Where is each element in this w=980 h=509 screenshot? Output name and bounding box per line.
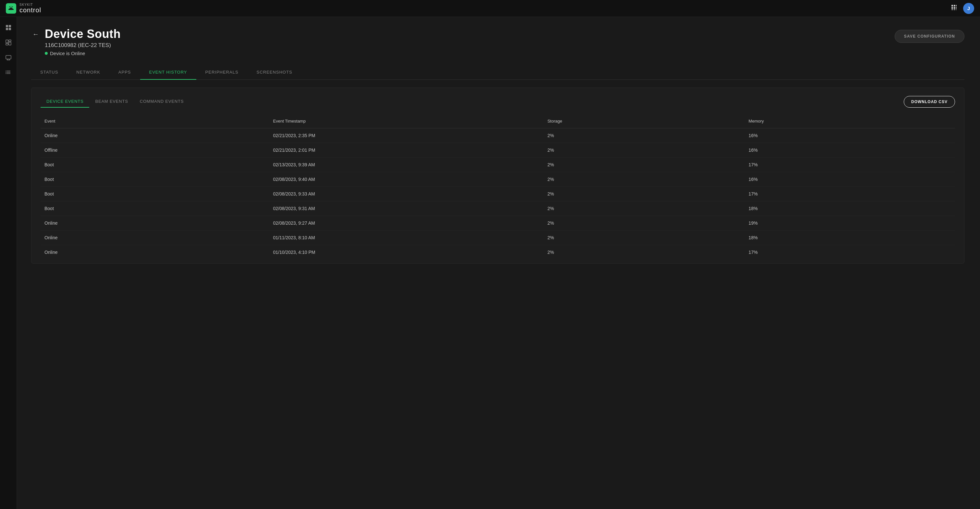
cell-memory: 17% <box>745 157 955 172</box>
tabs-bar: STATUS NETWORK APPS EVENT HISTORY PERIPH… <box>31 65 964 80</box>
topbar-actions: J <box>951 3 974 14</box>
sub-tab-command-events[interactable]: COMMAND EVENTS <box>134 96 189 108</box>
topbar: SKYKIT control J <box>0 0 980 17</box>
svg-rect-11 <box>6 25 8 27</box>
status-text: Device is Online <box>50 51 85 56</box>
cell-timestamp: 02/21/2023, 2:35 PM <box>269 128 544 143</box>
cell-event: Online <box>41 245 269 260</box>
table-row: Boot 02/08/2023, 9:40 AM 2% 16% <box>41 172 955 187</box>
cell-storage: 2% <box>544 157 745 172</box>
svg-rect-2 <box>951 5 953 6</box>
sub-tabs-left: DEVICE EVENTS BEAM EVENTS COMMAND EVENTS <box>41 96 189 108</box>
page-header: ← Device South 116C100982 (IEC-22 TES) D… <box>31 27 964 56</box>
cell-storage: 2% <box>544 143 745 157</box>
cell-storage: 2% <box>544 128 745 143</box>
svg-rect-9 <box>954 10 955 10</box>
back-button[interactable]: ← <box>31 29 40 39</box>
svg-rect-19 <box>6 55 11 59</box>
svg-rect-18 <box>6 43 8 45</box>
svg-point-26 <box>6 71 6 71</box>
col-header-memory: Memory <box>745 116 955 128</box>
svg-rect-12 <box>9 25 11 27</box>
cell-event: Online <box>41 230 269 245</box>
cell-timestamp: 02/08/2023, 9:40 AM <box>269 172 544 187</box>
grid-apps-icon[interactable] <box>951 4 957 12</box>
cell-storage: 2% <box>544 245 745 260</box>
cell-memory: 16% <box>745 172 955 187</box>
col-header-timestamp: Event Timestamp <box>269 116 544 128</box>
page-header-left: ← Device South 116C100982 (IEC-22 TES) D… <box>31 27 121 56</box>
user-avatar[interactable]: J <box>963 3 974 14</box>
events-card: DEVICE EVENTS BEAM EVENTS COMMAND EVENTS… <box>31 87 964 263</box>
table-row: Boot 02/08/2023, 9:33 AM 2% 17% <box>41 187 955 201</box>
cell-timestamp: 01/10/2023, 4:10 PM <box>269 245 544 260</box>
cell-memory: 16% <box>745 143 955 157</box>
main-content: ← Device South 116C100982 (IEC-22 TES) D… <box>17 17 980 509</box>
topbar-brand: SKYKIT control <box>6 3 41 14</box>
table-row: Online 02/21/2023, 2:35 PM 2% 16% <box>41 128 955 143</box>
tab-screenshots[interactable]: SCREENSHOTS <box>248 65 301 80</box>
svg-point-27 <box>6 72 6 73</box>
save-configuration-button[interactable]: SAVE CONFIGURATION <box>895 30 964 43</box>
device-status: Device is Online <box>45 51 121 56</box>
svg-rect-17 <box>9 42 11 45</box>
cell-timestamp: 02/08/2023, 9:31 AM <box>269 201 544 216</box>
svg-rect-4 <box>956 5 957 6</box>
tab-status[interactable]: STATUS <box>31 65 67 80</box>
cell-event: Boot <box>41 172 269 187</box>
col-header-storage: Storage <box>544 116 745 128</box>
sidebar-item-layout[interactable] <box>2 21 14 34</box>
cell-storage: 2% <box>544 172 745 187</box>
sidebar <box>0 17 17 509</box>
table-row: Online 01/11/2023, 8:10 AM 2% 18% <box>41 230 955 245</box>
cell-event: Boot <box>41 187 269 201</box>
cell-memory: 19% <box>745 216 955 230</box>
tab-network[interactable]: NETWORK <box>67 65 109 80</box>
cell-event: Boot <box>41 201 269 216</box>
svg-rect-8 <box>951 10 953 10</box>
page-title: Device South <box>45 27 121 41</box>
cell-event: Online <box>41 128 269 143</box>
tab-apps[interactable]: APPS <box>109 65 140 80</box>
main-layout: ← Device South 116C100982 (IEC-22 TES) D… <box>0 17 980 509</box>
sub-tab-device-events[interactable]: DEVICE EVENTS <box>41 96 89 108</box>
cell-storage: 2% <box>544 201 745 216</box>
sub-tab-beam-events[interactable]: BEAM EVENTS <box>89 96 134 108</box>
svg-rect-7 <box>956 7 957 9</box>
cell-memory: 17% <box>745 245 955 260</box>
table-row: Online 01/10/2023, 4:10 PM 2% 17% <box>41 245 955 260</box>
cell-storage: 2% <box>544 230 745 245</box>
cell-memory: 17% <box>745 187 955 201</box>
cell-timestamp: 02/08/2023, 9:33 AM <box>269 187 544 201</box>
svg-rect-5 <box>951 7 953 9</box>
device-id: 116C100982 (IEC-22 TES) <box>45 42 121 49</box>
tab-peripherals[interactable]: PERIPHERALS <box>196 65 248 80</box>
table-row: Online 02/08/2023, 9:27 AM 2% 19% <box>41 216 955 230</box>
table-row: Boot 02/13/2023, 9:39 AM 2% 17% <box>41 157 955 172</box>
cell-memory: 16% <box>745 128 955 143</box>
sidebar-item-devices[interactable] <box>2 51 14 63</box>
cell-event: Offline <box>41 143 269 157</box>
svg-rect-10 <box>956 10 957 10</box>
cell-timestamp: 01/11/2023, 8:10 AM <box>269 230 544 245</box>
cell-timestamp: 02/13/2023, 9:39 AM <box>269 157 544 172</box>
brand-text: SKYKIT control <box>19 3 41 14</box>
sub-tabs: DEVICE EVENTS BEAM EVENTS COMMAND EVENTS… <box>41 96 955 108</box>
col-header-event: Event <box>41 116 269 128</box>
table-row: Boot 02/08/2023, 9:31 AM 2% 18% <box>41 201 955 216</box>
cell-memory: 18% <box>745 201 955 216</box>
cell-timestamp: 02/08/2023, 9:27 AM <box>269 216 544 230</box>
svg-rect-14 <box>9 28 11 30</box>
table-row: Offline 02/21/2023, 2:01 PM 2% 16% <box>41 143 955 157</box>
cell-memory: 18% <box>745 230 955 245</box>
sidebar-item-list[interactable] <box>2 66 14 78</box>
table-header-row: Event Event Timestamp Storage Memory <box>41 116 955 128</box>
logo-icon[interactable] <box>6 3 16 14</box>
svg-rect-13 <box>6 28 8 30</box>
svg-rect-16 <box>9 40 11 41</box>
brand-control: control <box>19 6 41 14</box>
cell-storage: 2% <box>544 216 745 230</box>
sidebar-item-grid[interactable] <box>2 36 14 49</box>
download-csv-button[interactable]: DOWNLOAD CSV <box>904 96 955 108</box>
tab-event-history[interactable]: EVENT HISTORY <box>140 65 196 80</box>
